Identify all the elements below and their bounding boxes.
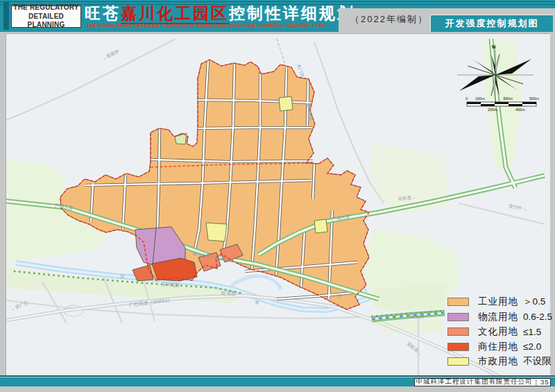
parcel-municipal-east <box>314 219 327 233</box>
legend-value: ≤2.0 <box>523 341 541 352</box>
footer-rule <box>0 375 555 377</box>
legend-row-logistics: 物流用地 0.6-2.5 <box>447 313 552 321</box>
map-panel: N 0 100m 300m 500m 200m 400m ←至国华 木门河 嘉川… <box>6 33 549 375</box>
legend-row-municipal: 市政用地 不设限 <box>447 357 552 366</box>
page-title: 旺苍嘉川化工园区控制性详细规划 <box>85 3 355 24</box>
compass-n-label: N <box>492 44 495 50</box>
legend-label: 市政用地 <box>478 355 518 368</box>
edition-label: （2022年编制） <box>350 13 428 26</box>
legend-value: 0.6-2.5 <box>523 312 552 322</box>
scale-100: 100m <box>475 96 485 101</box>
legend-row-industrial: 工业用地 ＞0.5 <box>447 298 552 306</box>
footer-separator: | <box>535 378 537 386</box>
station-label-wangcang-west: 旺苍西 <box>221 291 236 296</box>
scale-300: 300m <box>503 96 513 101</box>
river-char-he2: 河 <box>120 274 125 280</box>
scale-400: 400m <box>515 108 525 112</box>
company-name: 中城科泽工程设计集团有限责任公司 <box>416 377 532 386</box>
legend-swatch-culture <box>447 327 469 336</box>
legend-value: ＞0.5 <box>523 296 545 308</box>
sheet-title-box: 开发强度控制规划图 <box>430 15 553 32</box>
legend-row-culture: 文化用地 ≤1.5 <box>447 327 552 336</box>
parcel-municipal-mid <box>206 223 227 241</box>
title-highlight: 嘉川化工园区 <box>121 4 229 24</box>
river-char-he: 河 <box>336 293 341 299</box>
legend-label: 商住用地 <box>478 341 518 353</box>
badge-line1: THE REGULATORY <box>13 3 78 12</box>
header-bar: THE REGULATORY DETAILED PLANNING 旺苍嘉川化工园… <box>0 0 555 32</box>
sheet-title: 开发强度控制规划图 <box>445 17 539 30</box>
page-subtitle-en: THE REGULATORY DETAILED PLANNING OF WANG… <box>87 23 326 28</box>
legend-row-commercial: 商住用地 ≤2.0 <box>447 343 552 351</box>
legend-value: 不设限 <box>523 355 552 368</box>
header-left-stripe <box>3 2 9 30</box>
legend-label: 物流用地 <box>478 311 518 323</box>
legend: 工业用地 ＞0.5 物流用地 0.6-2.5 文化用地 ≤1.5 商住用地 ≤2… <box>447 298 552 373</box>
page-number: 35 <box>540 378 549 386</box>
legend-swatch-logistics <box>447 313 469 321</box>
scale-500: 500m <box>529 96 539 101</box>
header-rule-top <box>0 1 555 3</box>
river-char-shui: 水 <box>255 300 259 305</box>
scale-0: 0 <box>466 96 468 101</box>
title-prefix: 旺苍 <box>85 4 121 22</box>
badge-line2: DETAILED PLANNING <box>12 12 80 30</box>
legend-label: 工业用地 <box>478 296 518 308</box>
legend-label: 文化用地 <box>478 325 518 338</box>
scale-200: 200m <box>488 108 497 112</box>
parcel-municipal-north <box>279 96 293 111</box>
title-badge: THE REGULATORY DETAILED PLANNING <box>11 6 81 28</box>
legend-swatch-industrial <box>447 298 469 306</box>
legend-swatch-commercial <box>447 343 469 351</box>
title-suffix: 控制性详细规划 <box>229 4 355 22</box>
footer-credit-box: 中城科泽工程设计集团有限责任公司 | 35 <box>414 378 551 386</box>
legend-value: ≤1.5 <box>523 327 541 337</box>
legend-swatch-municipal <box>447 357 469 366</box>
